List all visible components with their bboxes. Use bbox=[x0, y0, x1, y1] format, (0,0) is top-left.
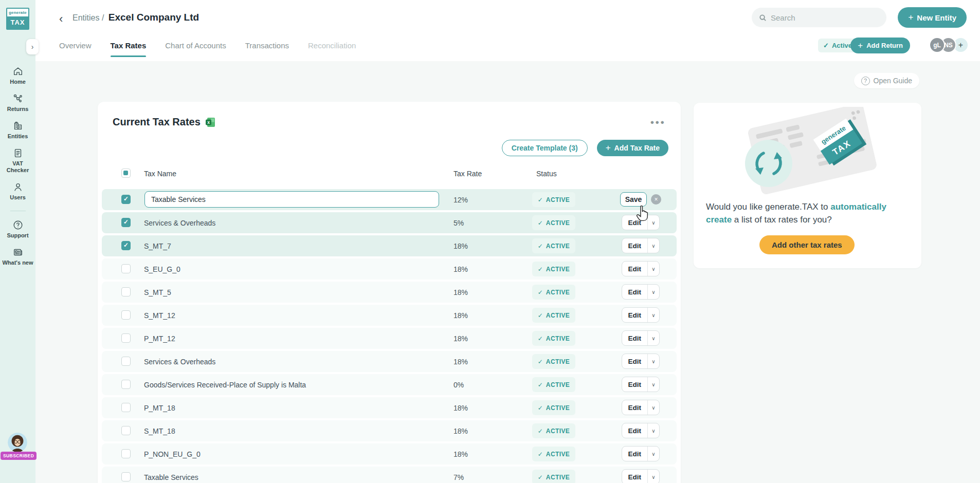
tax-rate-value: 0% bbox=[453, 381, 464, 389]
edit-split-button[interactable]: Edit ∨ bbox=[622, 423, 660, 438]
new-entity-button[interactable]: + New Entity bbox=[898, 7, 967, 28]
edit-button[interactable]: Edit bbox=[622, 377, 648, 392]
select-all-checkbox[interactable] bbox=[121, 169, 131, 178]
tax-rate-value: 18% bbox=[453, 427, 468, 435]
row-checkbox[interactable] bbox=[121, 333, 131, 343]
generate-tax-logo[interactable]: generate TAX bbox=[6, 8, 29, 30]
edit-button[interactable]: Edit bbox=[622, 262, 648, 276]
row-checkbox[interactable] bbox=[121, 287, 131, 296]
check-icon: ✓ bbox=[538, 266, 543, 273]
row-checkbox[interactable] bbox=[121, 264, 131, 273]
chevron-down-icon[interactable]: ∨ bbox=[648, 262, 659, 276]
table-row: P_NON_EU_G_0 18% ✓ ACTIVE Edit ∨ bbox=[102, 443, 677, 465]
status-label: ACTIVE bbox=[546, 474, 570, 481]
edit-button[interactable]: Edit bbox=[622, 447, 648, 461]
tab-tax-rates[interactable]: Tax Rates bbox=[111, 41, 147, 57]
add-return-button[interactable]: + Add Return bbox=[850, 38, 910, 53]
row-checkbox[interactable] bbox=[121, 195, 131, 204]
cancel-edit-button[interactable]: × bbox=[651, 194, 661, 205]
edit-split-button[interactable]: Edit ∨ bbox=[622, 261, 660, 276]
chevron-down-icon[interactable]: ∨ bbox=[648, 470, 659, 483]
breadcrumb-entities-link[interactable]: Entities / bbox=[72, 13, 104, 22]
edit-button[interactable]: Edit bbox=[622, 308, 648, 322]
plus-icon: + bbox=[908, 12, 913, 23]
edit-split-button[interactable]: Edit ∨ bbox=[622, 400, 660, 415]
sidebar-item-users[interactable]: Users bbox=[0, 181, 35, 201]
tab-transactions[interactable]: Transactions bbox=[245, 41, 289, 57]
tab-overview[interactable]: Overview bbox=[59, 41, 92, 57]
search-input[interactable] bbox=[771, 13, 874, 22]
document-icon bbox=[12, 147, 24, 159]
network-icon bbox=[12, 93, 24, 104]
edit-split-button[interactable]: Edit ∨ bbox=[622, 469, 660, 483]
chevron-down-icon[interactable]: ∨ bbox=[648, 238, 659, 253]
edit-button[interactable]: Edit bbox=[622, 331, 648, 345]
row-checkbox[interactable] bbox=[121, 472, 131, 481]
chevron-down-icon[interactable]: ∨ bbox=[648, 308, 659, 322]
sidebar-item-entities[interactable]: Entities bbox=[0, 120, 35, 140]
chevron-down-icon[interactable]: ∨ bbox=[648, 400, 659, 415]
save-button[interactable]: Save bbox=[620, 192, 647, 207]
sidebar-item-support[interactable]: Support bbox=[0, 219, 35, 239]
row-checkbox[interactable] bbox=[121, 357, 131, 366]
sidebar-item-vat-checker[interactable]: VAT Checker bbox=[0, 147, 35, 174]
add-tax-rate-button[interactable]: + Add Tax Rate bbox=[597, 140, 668, 156]
home-icon bbox=[12, 66, 24, 77]
column-tax-name: Tax Name bbox=[144, 170, 176, 178]
status-label: ACTIVE bbox=[546, 219, 570, 227]
chevron-down-icon[interactable]: ∨ bbox=[648, 377, 659, 392]
add-other-tax-rates-button[interactable]: Add other tax rates bbox=[759, 235, 855, 254]
edit-split-button[interactable]: Edit ∨ bbox=[622, 284, 660, 300]
svg-text:x: x bbox=[207, 120, 210, 125]
chevron-down-icon[interactable]: ∨ bbox=[648, 423, 659, 438]
sidebar-item-whats-new[interactable]: What's new bbox=[0, 247, 35, 266]
back-icon[interactable]: ‹ bbox=[59, 12, 63, 26]
chevron-down-icon[interactable]: ∨ bbox=[648, 354, 659, 368]
chevron-down-icon[interactable]: ∨ bbox=[648, 447, 659, 461]
sidebar-item-returns[interactable]: Returns bbox=[0, 93, 35, 113]
row-checkbox[interactable] bbox=[121, 218, 131, 227]
chevron-down-icon[interactable]: ∨ bbox=[648, 331, 659, 345]
edit-button[interactable]: Edit bbox=[622, 238, 648, 253]
edit-split-button[interactable]: Edit ∨ bbox=[622, 354, 660, 369]
avatar-gl[interactable]: gL bbox=[929, 37, 945, 53]
close-icon: × bbox=[654, 196, 658, 203]
sidebar-expand-button[interactable]: › bbox=[26, 39, 39, 54]
edit-split-button[interactable]: Edit ∨ bbox=[622, 446, 660, 461]
edit-split-button[interactable]: Edit ∨ bbox=[622, 330, 660, 346]
create-template-button[interactable]: Create Template (3) bbox=[502, 140, 588, 156]
edit-button[interactable]: Edit bbox=[622, 354, 648, 368]
table-row: Taxable Services 7% ✓ ACTIVE Edit ∨ bbox=[102, 467, 677, 483]
sidebar-item-label: What's new bbox=[1, 259, 34, 266]
chevron-down-icon[interactable]: ∨ bbox=[648, 285, 659, 299]
row-checkbox[interactable] bbox=[121, 426, 131, 435]
status-badge: ✓ ACTIVE bbox=[532, 377, 575, 392]
row-checkbox[interactable] bbox=[121, 403, 131, 412]
sidebar-item-home[interactable]: Home bbox=[0, 66, 35, 85]
breadcrumb-current: Excel Company Ltd bbox=[108, 12, 199, 23]
edit-button[interactable]: Edit bbox=[622, 423, 648, 438]
edit-split-button[interactable]: Edit ∨ bbox=[622, 238, 660, 253]
column-tax-rate: Tax Rate bbox=[453, 170, 482, 178]
edit-button[interactable]: Edit bbox=[622, 470, 648, 483]
tab-chart-of-accounts[interactable]: Chart of Accounts bbox=[165, 41, 226, 57]
buildings-icon bbox=[12, 120, 24, 132]
tax-name: S_MT_7 bbox=[144, 242, 171, 250]
table-row-editing: 12% ✓ ACTIVE Save × bbox=[102, 189, 677, 210]
row-checkbox[interactable] bbox=[121, 380, 131, 389]
search-box[interactable] bbox=[752, 8, 886, 27]
edit-button[interactable]: Edit bbox=[622, 400, 648, 415]
more-menu-icon[interactable]: ●●● bbox=[650, 118, 665, 126]
edit-split-button[interactable]: Edit ∨ bbox=[622, 377, 660, 392]
edit-split-button[interactable]: Edit ∨ bbox=[622, 307, 660, 323]
tax-name-input[interactable] bbox=[144, 191, 439, 208]
user-avatar[interactable] bbox=[8, 433, 27, 452]
edit-button[interactable]: Edit bbox=[622, 285, 648, 299]
open-guide-button[interactable]: ? Open Guide bbox=[854, 73, 920, 88]
tax-rate-value: 18% bbox=[453, 404, 468, 412]
logo-tax-text: TAX bbox=[7, 16, 28, 29]
row-checkbox[interactable] bbox=[121, 310, 131, 320]
row-checkbox[interactable] bbox=[121, 449, 131, 458]
tax-rate-value: 5% bbox=[453, 219, 464, 227]
row-checkbox[interactable] bbox=[121, 241, 131, 250]
